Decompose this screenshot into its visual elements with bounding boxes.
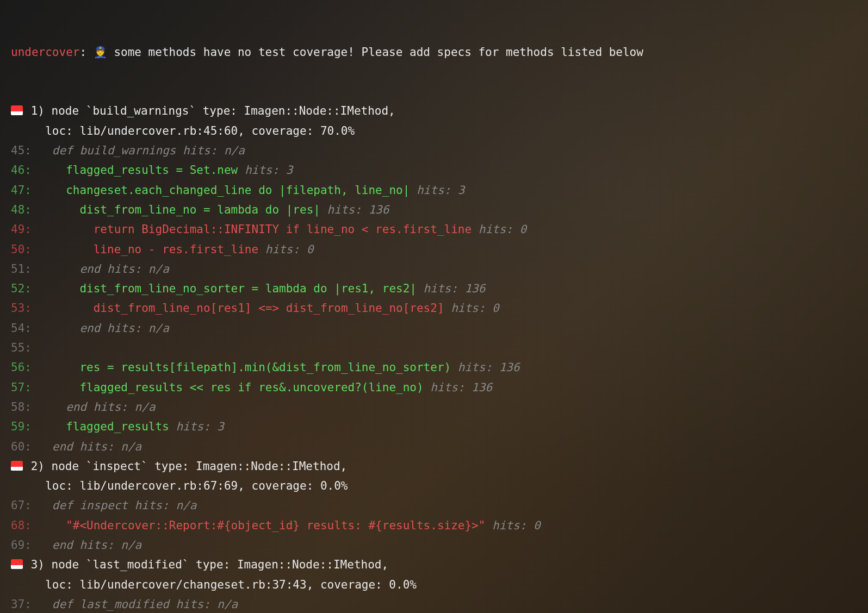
line-number: 54: [11, 322, 32, 335]
code-line: 54: end hits: n/a [11, 318, 857, 338]
hits-annotation: hits: n/a [183, 144, 245, 157]
hits-annotation: hits: 3 [176, 420, 224, 433]
hits-annotation: hits: n/a [79, 440, 141, 453]
line-number: 67: [11, 499, 32, 512]
code-line: 56: res = results[filepath].min(&dist_fr… [11, 358, 857, 377]
hits-annotation: hits: 136 [424, 282, 486, 295]
line-number: 59: [11, 420, 32, 433]
siren-icon [11, 559, 23, 569]
tool-name: undercover [11, 46, 79, 59]
code-body: line_no - res.first_line [32, 243, 265, 256]
line-number: 50: [11, 243, 32, 256]
code-line: 51: end hits: n/a [11, 259, 857, 279]
hits-annotation: hits: 3 [417, 184, 465, 197]
hits-annotation: hits: 0 [492, 519, 541, 532]
line-number: 69: [11, 539, 32, 552]
code-line: 68: "#<Undercover::Report:#{object_id} r… [11, 516, 857, 535]
hits-annotation: hits: 136 [458, 361, 520, 374]
hits-annotation: hits: n/a [107, 262, 169, 276]
line-number: 46: [11, 164, 32, 177]
hits-annotation: hits: n/a [94, 401, 156, 414]
code-line: 48: dist_from_line_no = lambda do |res| … [11, 200, 857, 220]
code-line: 50: line_no - res.first_line hits: 0 [11, 240, 857, 259]
code-line: 46: flagged_results = Set.new hits: 3 [11, 160, 857, 180]
code-line: 57: flagged_results << res if res&.uncov… [11, 378, 857, 397]
line-number: 58: [11, 401, 32, 414]
code-body: end [32, 440, 80, 453]
node-header: 1) node `build_warnings` type: Imagen::N… [11, 101, 857, 121]
line-number: 55: [11, 341, 32, 354]
code-body: end [32, 401, 94, 414]
line-number: 49: [11, 223, 32, 236]
code-body: dist_from_line_no[res1] <=> dist_from_li… [32, 302, 451, 315]
code-line: 69: end hits: n/a [11, 535, 857, 555]
code-body: return BigDecimal::INFINITY if line_no <… [32, 223, 479, 236]
code-body: changeset.each_changed_line do |filepath… [32, 184, 417, 197]
node-loc: loc: lib/undercover.rb:67:69, coverage: … [11, 476, 857, 496]
node-header: 2) node `inspect` type: Imagen::Node::IM… [11, 456, 857, 476]
hits-annotation: hits: 0 [451, 302, 499, 315]
siren-icon [11, 105, 23, 115]
hits-annotation: hits: 3 [245, 164, 293, 177]
code-body: def inspect [32, 499, 135, 512]
code-line: 55: [11, 338, 857, 358]
code-body: end [32, 322, 107, 335]
hits-annotation: hits: n/a [107, 322, 169, 335]
code-body: "#<Undercover::Report:#{object_id} resul… [32, 519, 492, 532]
hits-annotation: hits: n/a [135, 499, 197, 512]
code-line: 47: changeset.each_changed_line do |file… [11, 180, 857, 200]
hits-annotation: hits: 136 [430, 381, 492, 394]
hits-annotation: hits: n/a [176, 598, 238, 611]
hits-annotation: hits: n/a [79, 539, 141, 552]
terminal-output: undercover: 👮 some methods have no test … [11, 3, 857, 613]
code-body: def build_warnings [32, 144, 183, 157]
code-body: res = results[filepath].min(&dist_from_l… [32, 361, 458, 374]
code-body: end [32, 262, 107, 276]
line-number: 53: [11, 302, 32, 315]
code-line: 60: end hits: n/a [11, 437, 857, 456]
hits-annotation: hits: 136 [327, 203, 389, 216]
line-number: 52: [11, 282, 32, 295]
code-line: 52: dist_from_line_no_sorter = lambda do… [11, 279, 857, 298]
code-line: 67: def inspect hits: n/a [11, 496, 857, 515]
header-line: undercover: 👮 some methods have no test … [11, 42, 857, 62]
node-loc: loc: lib/undercover/changeset.rb:37:43, … [11, 575, 857, 595]
line-number: 60: [11, 440, 32, 453]
hits-annotation: hits: 0 [479, 223, 527, 236]
line-number: 57: [11, 381, 32, 394]
code-body: flagged_results = Set.new [32, 164, 245, 177]
line-number: 48: [11, 203, 32, 216]
node-loc: loc: lib/undercover.rb:45:60, coverage: … [11, 121, 857, 141]
code-line: 37: def last_modified hits: n/a [11, 595, 857, 613]
code-line: 45: def build_warnings hits: n/a [11, 141, 857, 160]
line-number: 47: [11, 184, 32, 197]
line-number: 68: [11, 519, 32, 532]
code-body: dist_from_line_no = lambda do |res| [32, 203, 327, 216]
code-line: 59: flagged_results hits: 3 [11, 417, 857, 436]
line-number: 51: [11, 262, 32, 276]
line-number: 45: [11, 144, 32, 157]
code-body: flagged_results << res if res&.uncovered… [32, 381, 430, 394]
code-line: 53: dist_from_line_no[res1] <=> dist_fro… [11, 298, 857, 318]
hits-annotation: hits: 0 [265, 243, 314, 256]
line-number: 56: [11, 361, 32, 374]
code-body: def last_modified [32, 598, 176, 611]
police-icon: 👮 [94, 46, 107, 59]
code-line: 49: return BigDecimal::INFINITY if line_… [11, 220, 857, 239]
code-line: 58: end hits: n/a [11, 397, 857, 417]
node-header: 3) node `last_modified` type: Imagen::No… [11, 555, 857, 574]
code-body: end [32, 539, 80, 552]
code-body: dist_from_line_no_sorter = lambda do |re… [32, 282, 424, 295]
siren-icon [11, 461, 23, 471]
header-message: some methods have no test coverage! Plea… [107, 46, 643, 59]
code-body: flagged_results [32, 420, 176, 433]
line-number: 37: [11, 598, 32, 611]
